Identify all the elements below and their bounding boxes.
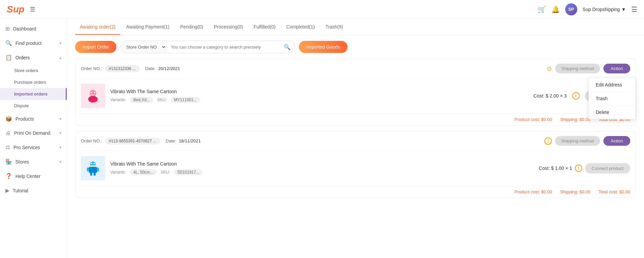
product-thumbnail-2 [81, 156, 105, 180]
dropdown-item-trash[interactable]: Trash [589, 92, 635, 106]
header-right: 🛒 🔔 SP Sup Dropshipping ▼ ☰ [538, 3, 637, 15]
product-name-2: Vibrato With The Same Cartoon [110, 161, 527, 167]
tab-fulfilled[interactable]: Fulfilled(0) [249, 19, 280, 35]
sidebar-item-label: Help Center [15, 174, 41, 179]
dashboard-icon: ⊞ [5, 25, 10, 32]
action-button-2[interactable]: Action [603, 136, 630, 146]
order-item-1: Vibrato With The Same Cartoon Variants: … [75, 78, 636, 113]
cost-prefix: Cost: [533, 93, 544, 99]
sidebar-item-label: Dashboard [13, 26, 36, 31]
svg-rect-8 [87, 168, 89, 172]
chevron-up-icon: ▴ [59, 55, 61, 60]
header: Sup ☰ 🛒 🔔 SP Sup Dropshipping ▼ ☰ [0, 0, 644, 19]
total-cost-footer-2: Total cost: $0.00 [598, 189, 630, 194]
order-date-value-2: 18/11/2021 [179, 138, 201, 143]
sidebar-item-purchase-orders[interactable]: Purchase orders [0, 76, 67, 88]
sidebar-item-dispute[interactable]: Dispute [0, 100, 67, 112]
tab-completed[interactable]: Completed(1) [282, 19, 320, 35]
main-content: Awaiting order(2) Awaiting Payment(1) Pe… [67, 19, 644, 258]
chevron-down-icon: ▼ [621, 7, 626, 12]
connect-product-button-2[interactable]: Connect product [585, 163, 630, 174]
cart-icon-wrapper[interactable]: 🛒 [538, 5, 546, 13]
svg-rect-11 [94, 173, 96, 176]
variants-value: Bed,Xd... [130, 97, 153, 103]
svg-rect-9 [97, 168, 99, 172]
chevron-down-icon: ▾ [59, 117, 61, 121]
sidebar-item-find-product[interactable]: 🔍 Find product ▾ [0, 36, 67, 50]
order-footer-1: Product cost: $0.00 Shipping: $0.00 Tota… [75, 113, 636, 125]
cost-label-2: Cost: $ 1.00 × 1 [539, 166, 572, 171]
product-cost-footer: Product cost: $0.00 [515, 117, 552, 122]
cost-label: Cost: $ 2.00 × 3 [533, 93, 567, 99]
warning-icon: ⊙ [547, 65, 552, 72]
order-header-actions: ⊙ Shipping method Action [547, 64, 630, 73]
pro-services-icon: ⚖ [5, 144, 10, 150]
chevron-down-icon: ▾ [59, 145, 61, 150]
tab-pending[interactable]: Pending(0) [175, 19, 208, 35]
tab-awaiting-order[interactable]: Awaiting order(2) [75, 19, 120, 35]
layout: ⊞ Dashboard 🔍 Find product ▾ 📋 Orders ▴ … [0, 19, 644, 258]
action-dropdown-menu: Edit Address Trash Delete [589, 78, 636, 119]
variants-value-2: 4L, 50cm... [130, 169, 156, 175]
chevron-down-icon: ▾ [59, 159, 61, 164]
dropdown-item-edit-address[interactable]: Edit Address [589, 78, 635, 92]
search-icon-button[interactable]: 🔍 [280, 44, 294, 50]
sidebar-item-print-on-demand[interactable]: 🖨 Print On Demand ▾ [0, 126, 67, 140]
header-menu-icon[interactable]: ☰ [631, 5, 637, 13]
sidebar-item-stores[interactable]: 🏪 Stores ▾ [0, 154, 67, 169]
order-date-value: 20/12/2021 [158, 66, 180, 71]
tutorial-icon: ▶ [5, 187, 9, 194]
search-input[interactable] [167, 41, 280, 53]
product-meta-2: Variants: 4L, 50cm... SKU: 5D101917... [110, 169, 527, 175]
sku-label-2: SKU: [161, 170, 170, 175]
tab-processing[interactable]: Processing(0) [209, 19, 248, 35]
search-icon: 🔍 [5, 40, 12, 46]
orders-container: Order NO.: #131312336 ... Date: 20/12/20… [67, 59, 644, 198]
order-footer-2: Product cost: $0.00 Shipping: $0.00 Tota… [75, 186, 636, 198]
shipping-method-button[interactable]: Shipping method [555, 64, 600, 73]
variants-label: Variants: [110, 98, 126, 102]
logo: Sup [7, 4, 24, 15]
sidebar-item-dashboard[interactable]: ⊞ Dashboard [0, 21, 67, 36]
shipping-method-button-2[interactable]: Shipping method [555, 136, 600, 146]
sidebar-item-label: Products [15, 116, 34, 122]
imported-goods-button[interactable]: Imported Goods [299, 41, 347, 53]
import-order-button[interactable]: Import Order [75, 41, 116, 53]
sidebar-item-help-center[interactable]: ❓ Help Center [0, 169, 67, 183]
svg-point-12 [91, 163, 92, 164]
tab-awaiting-payment[interactable]: Awaiting Payment(1) [121, 19, 174, 35]
cart-icon[interactable]: 🛒 [538, 6, 546, 13]
order-card-2: Order NO.: #113-9655391-4570627 ... Date… [75, 131, 636, 198]
print-icon: 🖨 [5, 130, 11, 136]
bell-icon[interactable]: 🔔 [551, 5, 560, 13]
sidebar-item-store-orders[interactable]: Store orders [0, 65, 67, 76]
help-icon: ❓ [5, 173, 12, 179]
user-name[interactable]: Sup Dropshipping ▼ [583, 7, 626, 12]
sidebar-item-pro-services[interactable]: ⚖ Pro Services ▾ [0, 140, 67, 154]
cost-prefix-2: Cost: [539, 166, 550, 171]
sidebar-item-products[interactable]: 📦 Products ▾ [0, 112, 67, 126]
svg-rect-10 [90, 173, 92, 176]
tabs-bar: Awaiting order(2) Awaiting Payment(1) Pe… [67, 19, 644, 35]
svg-point-1 [90, 90, 96, 96]
svg-rect-7 [89, 167, 97, 173]
sidebar-item-imported-orders[interactable]: Imported orders [0, 88, 67, 100]
search-select[interactable]: Store Order NO [121, 41, 167, 53]
dropdown-item-delete[interactable]: Delete [589, 106, 635, 119]
sidebar-item-tutorial[interactable]: ▶ Tutorial [0, 183, 67, 198]
avatar[interactable]: SP [565, 3, 577, 15]
order-item-2: Vibrato With The Same Cartoon Variants: … [75, 151, 636, 186]
action-button-1[interactable]: Action [603, 64, 630, 73]
filter-bar: Import Order Store Order NO 🔍 Imported G… [67, 35, 644, 59]
sku-label: SKU: [157, 98, 167, 102]
sidebar-item-label: Tutorial [13, 188, 28, 193]
sidebar-item-label: Pro Services [13, 145, 40, 150]
product-name-1: Vibrato With The Same Cartoon [110, 89, 521, 94]
menu-icon[interactable]: ☰ [30, 6, 35, 13]
sidebar-item-orders[interactable]: 📋 Orders ▴ [0, 50, 67, 65]
product-cost-footer-2: Product cost: $0.00 [515, 189, 552, 194]
warning-icon-2: ! [544, 137, 552, 145]
order-card-1: Order NO.: #131312336 ... Date: 20/12/20… [75, 59, 636, 126]
order-date-label-2: Date: [166, 138, 176, 143]
tab-trash[interactable]: Trash(9) [321, 19, 347, 35]
